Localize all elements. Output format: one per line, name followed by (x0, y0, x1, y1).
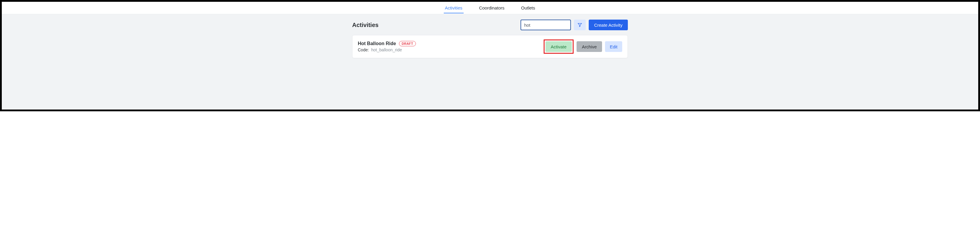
search-input[interactable] (520, 19, 571, 30)
code-label: Code: (358, 48, 369, 52)
content-area: Activities Create Activity Hot Balloon R… (2, 14, 978, 109)
title-row: Hot Balloon Ride DRAFT (358, 41, 416, 46)
svg-marker-0 (578, 24, 582, 27)
filter-icon (578, 22, 582, 27)
container: Activities Create Activity Hot Balloon R… (352, 19, 628, 58)
header-controls: Create Activity (520, 19, 628, 30)
status-badge: DRAFT (399, 41, 416, 46)
top-nav: Activities Coordinators Outlets (2, 2, 978, 14)
activity-card: Hot Balloon Ride DRAFT Code: hot_balloon… (352, 35, 628, 58)
filter-button[interactable] (574, 19, 586, 30)
edit-button[interactable]: Edit (605, 41, 622, 52)
header-row: Activities Create Activity (352, 19, 628, 30)
nav-tab-outlets[interactable]: Outlets (520, 2, 536, 13)
archive-button[interactable]: Archive (577, 41, 602, 52)
activate-button[interactable]: Activate (546, 41, 572, 52)
card-info: Hot Balloon Ride DRAFT Code: hot_balloon… (358, 41, 416, 52)
page-title: Activities (352, 22, 379, 29)
create-activity-button[interactable]: Create Activity (589, 19, 628, 30)
card-actions: Activate Archive Edit (544, 40, 622, 54)
activity-title: Hot Balloon Ride (358, 41, 396, 46)
code-row: Code: hot_balloon_ride (358, 48, 416, 52)
highlight-annotation: Activate (544, 40, 574, 54)
code-value: hot_balloon_ride (371, 48, 402, 52)
nav-tab-coordinators[interactable]: Coordinators (478, 2, 506, 13)
nav-tab-activities[interactable]: Activities (444, 2, 464, 13)
